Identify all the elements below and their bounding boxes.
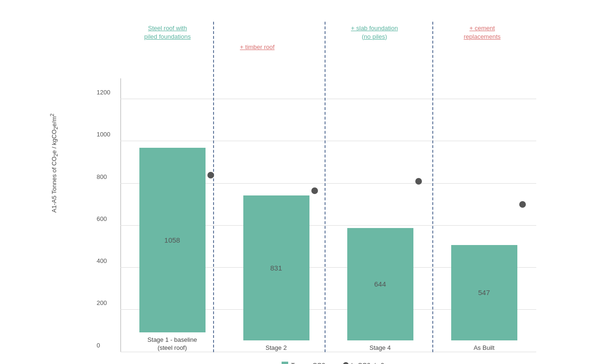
- bar-label-stage1: 1058: [164, 236, 180, 244]
- legend-item-dot: kgCO2e/m2: [343, 362, 384, 364]
- bar-wrapper-stage1: 1058: [139, 148, 206, 332]
- bar-group-asbuilt: 547 As Built: [432, 245, 536, 352]
- y-tick-1000: 1000: [97, 131, 111, 138]
- annotation-stage4: + slab foundation(no piles): [332, 24, 417, 41]
- y-tick-1200: 1200: [97, 89, 111, 96]
- y-axis-label: A1-A5 Tonnes of CO2e / kgCO2e/m2: [49, 113, 59, 212]
- dot-stage2: [311, 187, 318, 194]
- y-tick-200: 200: [97, 299, 107, 306]
- y-tick-800: 800: [97, 173, 107, 180]
- legend-circle-icon: [343, 362, 349, 364]
- dot-asbuilt: [519, 201, 526, 208]
- legend-dot-label: kgCO2e/m2: [352, 362, 384, 364]
- bar-wrapper-stage2: 831: [243, 195, 309, 340]
- legend: Tonnes CO2e kgCO2e/m2: [120, 362, 546, 364]
- y-tick-600: 600: [97, 215, 107, 222]
- x-label-stage4: Stage 4: [369, 344, 391, 352]
- bar-stage4: 644: [347, 228, 413, 340]
- dot-stage4: [415, 178, 422, 185]
- annotation-stage2: + timber roof: [220, 43, 295, 51]
- chart-container: A1-A5 Tonnes of CO2e / kgCO2e/m2 0 200 4…: [45, 12, 565, 352]
- bar-label-stage2: 831: [270, 264, 282, 272]
- x-label-stage2: Stage 2: [266, 344, 287, 352]
- bar-stage2: 831: [243, 195, 309, 340]
- bar-group-stage4: 644 Stage 4: [328, 228, 432, 352]
- legend-bar-label: Tonnes CO2e: [291, 362, 329, 364]
- y-tick-400: 400: [97, 257, 107, 264]
- legend-square-icon: [282, 362, 288, 364]
- bar-asbuilt: 547: [451, 245, 517, 340]
- bar-stage1: 1058: [139, 148, 206, 332]
- bar-wrapper-asbuilt: 547: [451, 245, 517, 340]
- bar-label-stage4: 644: [374, 280, 386, 288]
- bar-label-asbuilt: 547: [478, 288, 490, 296]
- dot-stage1: [207, 172, 214, 178]
- x-label-asbuilt: As Built: [473, 344, 494, 352]
- bars-area: 1058 Stage 1 - baseline(steel roof) 831 …: [120, 78, 536, 352]
- y-tick-0: 0: [97, 341, 100, 348]
- x-label-stage1: Stage 1 - baseline(steel roof): [147, 336, 197, 352]
- bar-group-stage1: 1058 Stage 1 - baseline(steel roof): [120, 148, 224, 352]
- legend-item-bar: Tonnes CO2e: [282, 362, 329, 364]
- chart-area: 0 200 400 600 800 1000 1200 Steel roof w…: [92, 78, 546, 352]
- bar-wrapper-stage4: 644: [347, 228, 413, 340]
- bar-group-stage2: 831 Stage 2: [224, 195, 328, 352]
- annotation-asbuilt: + cementreplacements: [440, 24, 525, 41]
- annotation-stage1: Steel roof withpiled foundations: [120, 24, 215, 41]
